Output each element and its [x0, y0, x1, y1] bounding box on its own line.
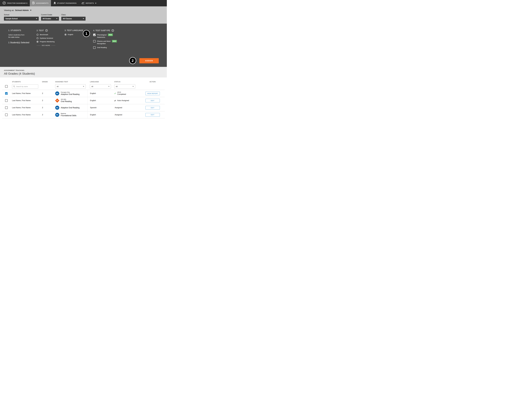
- header-grade: GRADE: [42, 81, 48, 83]
- step1-instruction-line1: Select student(s) from: [8, 34, 34, 36]
- radio-benchmark[interactable]: Benchmark: [37, 34, 59, 36]
- tab-reports[interactable]: REPORTS: [79, 0, 99, 6]
- header-students: STUDENTS: [12, 81, 21, 83]
- step3-title: 3. TEST LANGUAGE: [65, 29, 84, 31]
- completed-check-icon: [114, 92, 117, 94]
- new-badge: NEW: [112, 40, 117, 43]
- row-select-checkbox[interactable]: [5, 106, 8, 109]
- subtype-label: Phonics and Word NEW Recognition: [97, 40, 117, 45]
- header-action: ACTION: [150, 81, 156, 83]
- student-grade: 2: [42, 99, 43, 102]
- checkbox-icon: [93, 46, 95, 49]
- edit-button[interactable]: EDIT: [146, 99, 160, 102]
- step1-instruction-line2: the table below.: [8, 36, 34, 38]
- assignments-document-icon: [32, 2, 35, 5]
- student-name: Last Name, First Name: [12, 92, 31, 94]
- tab-reports-label: REPORTS: [86, 2, 94, 4]
- lock-icon: [54, 2, 56, 5]
- step-test-language: 3. TEST LANGUAGE English: [65, 29, 84, 37]
- table-filter-row: All All All: [2, 83, 165, 90]
- student-grade: 2: [42, 114, 43, 116]
- checkbox-phonics-word-recognition[interactable]: Phonics and Word NEW Recognition: [93, 40, 125, 45]
- subtype-label-line1: Phonological: [97, 34, 107, 36]
- status-value: Assigned: [115, 107, 122, 109]
- tab-assignments-label: ASSIGNMENTS: [36, 2, 48, 4]
- student-name: Last Name, First Name: [12, 99, 31, 102]
- context-filter-bar: Viewing as: School Admin School: Sample …: [0, 6, 167, 24]
- progress-monitoring-badge: PM: [55, 98, 59, 103]
- step-test-subtype: 4. TEST SUBTYPE Phonological NEW Awarene…: [93, 29, 125, 50]
- auto-assigned-icon: [114, 100, 117, 102]
- grade-label: Current Grade:: [41, 14, 59, 16]
- language-filter-value: All: [91, 86, 93, 87]
- radio-english[interactable]: English: [65, 34, 84, 36]
- assignment-tracking-table: STUDENTS GRADE ASSIGNED TEST LANGUAGE ST…: [0, 78, 167, 118]
- grade-filter-group: Current Grade: All Grades: [41, 14, 59, 21]
- test-sublabel: 300-390L: [61, 99, 72, 100]
- subtype-checkbox-list: Phonological NEW Awareness Phonics and W…: [93, 34, 125, 49]
- radio-dyslexia-screener[interactable]: Dyslexia Screener: [37, 37, 59, 39]
- status-cell: 4/5/19 Completed: [117, 92, 126, 95]
- status-cell: Assigned: [115, 107, 122, 109]
- class-label: Class:: [61, 14, 86, 16]
- select-all-checkbox[interactable]: [5, 85, 8, 88]
- table-header-row: STUDENTS GRADE ASSIGNED TEST LANGUAGE ST…: [2, 78, 165, 83]
- test-language: Spanish: [90, 107, 96, 109]
- school-select[interactable]: Sample School: [4, 17, 39, 21]
- class-select[interactable]: All Classes: [61, 17, 86, 21]
- test-language: English: [90, 99, 96, 102]
- tracking-label: ASSIGNMENT TRACKING:: [4, 69, 167, 71]
- assigned-test-cell: 300-390L Oral Reading: [61, 99, 72, 103]
- see-more-link[interactable]: SEE MORE: [37, 45, 55, 46]
- class-select-value: All Classes: [63, 18, 72, 20]
- see-more-label: SEE MORE: [42, 45, 50, 46]
- viewing-as-label: Viewing as:: [4, 9, 14, 12]
- student-name: Last Name, First Name: [12, 107, 31, 109]
- radio-progress-monitoring[interactable]: Progress Monitoring: [37, 41, 59, 43]
- checkbox-phonological-awareness[interactable]: Phonological NEW Awareness: [93, 34, 125, 38]
- chevron-down-icon: [36, 18, 37, 19]
- nav-brand-proctor-dashboard[interactable]: PROCTOR DASHBOAR D: [0, 0, 30, 6]
- status-date: 4/5/19: [117, 92, 126, 93]
- tracking-title: All Grades (4 Students): [4, 72, 167, 75]
- view-report-button[interactable]: VIEW REPORT: [146, 92, 160, 95]
- viewing-as-dropdown[interactable]: Viewing as: School Admin: [4, 9, 32, 12]
- row-select-checkbox[interactable]: [5, 99, 8, 102]
- status-value: Auto-Assigned: [117, 99, 129, 102]
- chevron-down-icon: [108, 86, 109, 87]
- help-icon[interactable]: [112, 29, 114, 32]
- test-name: Adaptive Oral Reading: [61, 107, 79, 109]
- row-select-checkbox[interactable]: [5, 114, 8, 116]
- test-name: Adaptive Oral Reading: [61, 93, 79, 95]
- table-row: Last Name, First Name 2 PM 300-390L Oral…: [2, 97, 165, 104]
- status-value: Completed: [117, 93, 126, 95]
- school-label: School:: [4, 14, 39, 16]
- radio-selected-icon: [37, 41, 38, 43]
- row-select-checkbox[interactable]: [5, 92, 8, 95]
- help-icon[interactable]: [45, 29, 48, 32]
- step1-instruction: Select student(s) from the table below.: [8, 34, 34, 38]
- search-by-name-input[interactable]: [12, 84, 38, 89]
- radio-english-label: English: [68, 34, 73, 36]
- edit-button[interactable]: EDIT: [146, 106, 160, 110]
- tab-student-passwords[interactable]: STUDENT PASSWORDS: [51, 0, 79, 6]
- subtype-label-line1: Phonics and Word: [97, 40, 110, 43]
- radio-icon: [37, 37, 38, 39]
- header-assigned-test: ASSIGNED TEST: [55, 81, 68, 83]
- assignment-tracking-header: ASSIGNMENT TRACKING: All Grades (4 Stude…: [0, 67, 167, 78]
- tab-assignments[interactable]: ASSIGNMENTS: [30, 0, 51, 6]
- assign-button[interactable]: ASSIGN: [139, 58, 159, 63]
- test-radio-list: Benchmark Dyslexia Screener Progress Mon…: [37, 34, 59, 43]
- status-filter-select[interactable]: All: [114, 84, 135, 89]
- checkbox-oral-reading[interactable]: Oral Reading: [93, 46, 125, 49]
- radio-benchmark-label: Benchmark: [40, 34, 48, 36]
- grade-select[interactable]: All Grades: [41, 17, 59, 21]
- checkbox-checked-icon: [93, 34, 95, 36]
- language-filter-select[interactable]: All: [90, 84, 111, 89]
- search-field-wrap: [12, 84, 38, 89]
- table-row: Last Name, First Name 2 BK Beginner Foun…: [2, 111, 165, 118]
- assigned-test-filter-select[interactable]: All: [55, 84, 86, 89]
- status-filter-value: All: [116, 86, 118, 87]
- edit-button[interactable]: EDIT: [146, 113, 160, 117]
- selected-students-count: 1 Student(s) Selected: [8, 41, 34, 44]
